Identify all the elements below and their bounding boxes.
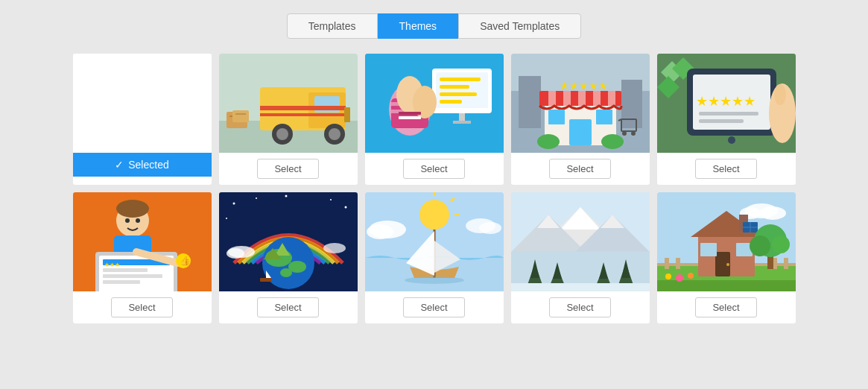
select-btn-globe[interactable]: Select (257, 297, 318, 317)
svg-rect-139 (676, 258, 680, 269)
svg-rect-24 (453, 121, 471, 124)
svg-rect-75 (103, 268, 148, 272)
svg-point-86 (256, 197, 257, 199)
svg-rect-43 (578, 91, 586, 106)
card-image-house (657, 192, 796, 291)
svg-rect-66 (699, 112, 758, 116)
svg-text:★★★★★: ★★★★★ (560, 80, 608, 92)
svg-text:★★★★★: ★★★★★ (696, 94, 755, 109)
card-sailboat: Select (365, 192, 504, 323)
card-truck: Select (219, 54, 358, 185)
svg-point-158 (665, 273, 671, 279)
svg-point-113 (405, 276, 464, 284)
svg-rect-21 (440, 92, 477, 96)
svg-point-88 (330, 199, 332, 200)
card-thumbs: Select (365, 54, 504, 185)
svg-point-50 (537, 134, 560, 149)
svg-point-90 (226, 218, 227, 219)
svg-rect-141 (784, 258, 788, 269)
grid-row-2: ★★★ 👍 Select (60, 192, 808, 323)
card-man-laptop: ★★★ 👍 Select (73, 192, 212, 323)
svg-point-54 (631, 131, 636, 136)
svg-rect-42 (563, 91, 571, 106)
svg-point-83 (136, 218, 140, 223)
svg-rect-20 (440, 85, 469, 89)
svg-point-154 (750, 235, 770, 256)
svg-point-109 (367, 224, 393, 239)
select-btn-sailboat[interactable]: Select (403, 297, 464, 317)
svg-rect-97 (260, 278, 272, 282)
card-image-man-laptop: ★★★ 👍 (73, 192, 212, 291)
svg-point-89 (344, 206, 346, 209)
tab-templates[interactable]: Templates (287, 13, 378, 39)
card-image-truck (219, 54, 358, 153)
svg-rect-76 (103, 274, 162, 278)
svg-rect-41 (548, 91, 556, 106)
svg-point-103 (419, 200, 449, 230)
svg-rect-130 (511, 283, 650, 291)
svg-text:★★★: ★★★ (104, 262, 120, 268)
top-nav: Templates Themes Saved Templates (0, 0, 868, 54)
card-image-mountains (511, 192, 650, 291)
select-btn-thumbs[interactable]: Select (403, 159, 464, 179)
svg-point-85 (232, 203, 235, 205)
svg-rect-33 (399, 112, 421, 115)
card-image-sailboat (365, 192, 504, 291)
svg-rect-138 (665, 258, 669, 269)
svg-rect-37 (519, 76, 541, 128)
card-globe: Select (219, 192, 358, 323)
svg-point-51 (601, 134, 624, 149)
checkmark-icon: ✓ (115, 159, 124, 171)
svg-rect-44 (593, 91, 601, 106)
select-btn-stars-tablet[interactable]: Select (695, 159, 756, 179)
svg-rect-77 (103, 280, 140, 284)
svg-rect-136 (657, 280, 796, 291)
svg-text:👍: 👍 (180, 255, 191, 266)
select-btn-truck[interactable]: Select (257, 159, 318, 179)
selected-bar: ✓ Selected (73, 153, 212, 177)
svg-point-65 (774, 84, 786, 105)
card-stars-tablet: ★★★★★ Select (657, 54, 796, 185)
svg-point-62 (728, 136, 735, 144)
svg-rect-46 (569, 119, 592, 145)
card-image-shop: ★★★★★ (511, 54, 650, 153)
card-mountains: Select (511, 192, 650, 323)
svg-rect-9 (260, 106, 346, 110)
svg-rect-147 (700, 243, 717, 256)
svg-rect-10 (260, 113, 346, 116)
svg-rect-15 (344, 107, 350, 122)
select-btn-man-laptop[interactable]: Select (111, 297, 172, 317)
select-btn-mountains[interactable]: Select (549, 297, 610, 317)
svg-rect-19 (440, 78, 481, 81)
theme-grid: ✓ Selected (0, 54, 868, 323)
svg-rect-38 (621, 80, 642, 128)
svg-rect-47 (548, 110, 565, 124)
card-blank: ✓ Selected (73, 54, 212, 185)
svg-point-100 (226, 248, 244, 259)
svg-point-14 (329, 128, 340, 140)
svg-point-82 (125, 218, 130, 223)
svg-rect-32 (414, 98, 435, 112)
svg-rect-45 (608, 91, 615, 106)
svg-point-111 (479, 222, 501, 234)
svg-point-101 (323, 243, 346, 253)
select-btn-shop[interactable]: Select (549, 159, 610, 179)
tab-saved-templates[interactable]: Saved Templates (458, 13, 581, 39)
svg-point-12 (276, 128, 288, 140)
tab-themes[interactable]: Themes (378, 13, 459, 39)
select-btn-house[interactable]: Select (695, 297, 756, 317)
svg-point-94 (280, 268, 292, 277)
svg-point-146 (726, 263, 729, 266)
svg-point-133 (759, 206, 786, 220)
grid-row-1: ✓ Selected (60, 54, 808, 185)
svg-point-157 (688, 273, 694, 279)
card-house: Select (657, 192, 796, 323)
svg-rect-22 (440, 100, 462, 104)
svg-point-156 (676, 274, 683, 282)
card-image-blank (73, 54, 212, 153)
svg-rect-5 (235, 113, 246, 115)
svg-rect-4 (232, 110, 249, 122)
svg-point-155 (772, 235, 790, 253)
svg-point-70 (116, 200, 149, 218)
card-image-globe (219, 192, 358, 291)
